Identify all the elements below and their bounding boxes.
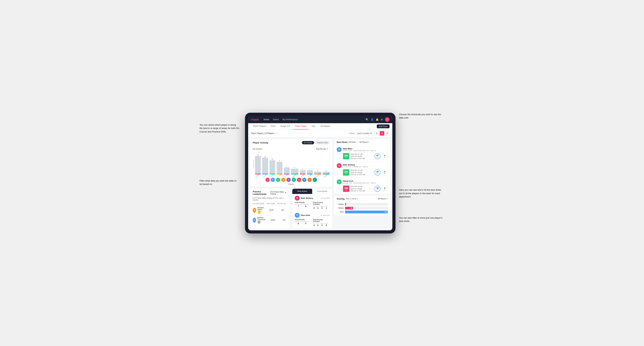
lb-avg-1: 110 [277,209,288,211]
lb-subtitle: PUTT Must Make Putting (3-6 ft). Last 3 … [250,197,290,202]
shot-chevron-2[interactable]: › [387,164,388,167]
activity-entry-2: R Rees Britt 02 Sep 2023 Total Rounds [292,211,332,228]
nav-link-home[interactable]: Home [264,118,269,121]
y-label-15: 15 [258,152,260,153]
app-label-1: APP [316,205,320,207]
shot-date-1: 09 Jun 2023 [343,150,352,152]
activity-practice-row-1: GTT 0 APP 0 [313,205,330,209]
lb-score-2: 18/20 [268,219,278,221]
shot-stat-zero-3: 0 yds [382,186,388,192]
main-content: Player Activity On Course Practice Drill… [248,137,392,230]
subnav-tour[interactable]: Tour [310,123,318,130]
players-x-label: Players [250,183,332,185]
top-nav: clippd Home Teams My Performance 🔍 👤 🔔 ⊕… [248,116,392,123]
shot-badge-1: 200 SG [343,153,349,159]
activity-tournament-1: Tournament 7 [295,204,302,207]
sub-nav-right: Add Team [377,124,390,128]
activity-rounds-title-1: Total Rounds [295,202,312,203]
scoring-row-1: Birdies96 [337,207,388,209]
tablet-frame: clippd Home Teams My Performance 🔍 👤 🔔 ⊕… [245,113,396,233]
list-view-button[interactable]: ☰ [385,131,390,136]
shot-chevron-3[interactable]: › [387,180,388,183]
scoring-bar-fill-2: 499 [345,211,388,213]
stat-unit-1: yds [376,157,378,158]
page-wrapper: Choose the timescale you wish to see the… [200,113,444,233]
activity-practice-val-1: 6 [303,205,308,207]
card-view-button[interactable]: ♥ [380,131,384,136]
tablet-screen: clippd Home Teams My Performance 🔍 👤 🔔 ⊕… [248,116,392,230]
chart-avatar-4: E [286,178,291,182]
activity-rounds-title-2: Total Rounds [295,219,312,220]
subnav-pgat[interactable]: PGAT Players [251,123,268,130]
stat-unit-3: yds [376,189,378,190]
all-shots-filter[interactable]: All Shots ▼ [349,141,357,143]
subnav-team-clippd[interactable]: Team Clippd [293,123,309,130]
shot-start-2: Start Lie: Rough [351,172,373,174]
edit-icon[interactable]: ✏ [276,132,278,135]
activity-tournament-2: Tournament 8 [295,221,302,224]
subnav-hcaps[interactable]: Hcaps 1-5 [278,123,292,130]
lb-col-player: Player Name [253,203,267,204]
shot-info-text-3: Shot Dist: 16 yds Start Lie: Rough End L… [351,185,373,192]
bar-group-0: 13B. McHarg [255,154,261,176]
scoring-bar-fill-0 [345,203,346,206]
putt-val-2: 0 [324,224,328,226]
shot-chevron-1[interactable]: › [387,148,388,151]
bottom-left-row: Practice Leaderboards PUTT Must Make Put… [250,189,332,228]
leaderboard-header: Practice Leaderboards PUTT Must Make Put… [250,189,290,197]
chart-filter-dropdown[interactable]: Total Rounds ▼ [314,148,330,151]
bar-value-9: 2 [326,170,326,171]
annotation-text-bot-right1: Here you can see who's hit the best shot… [399,188,441,198]
chart-section: On Course Total Rounds ▼ Total Rounds [250,146,332,177]
activity-rounds-row-1: Tournament 7 Practice 6 [295,204,312,207]
leaderboard-filter[interactable]: PUTT Must Make Putting ... ▼ [269,190,288,195]
all-players-filter[interactable]: All Players ▼ [360,141,370,143]
lb-player-cell-1: R Richard Butler 1 [253,207,265,214]
bar-1 [262,158,268,174]
grid-view-button[interactable]: ⊞ [374,131,379,136]
practice-title-2: Total Practice Activities [313,219,330,222]
subnav-pga[interactable]: PGA [269,123,278,130]
scoring-filter1[interactable]: Par 3, 4 & 5s ▼ [346,198,358,200]
shot-course-1: Royal North Devon GC [353,150,369,152]
practice-row-2: GTT 0 APP 0 [313,223,330,226]
tournament-val-2: 8 [295,222,302,224]
time-period-select[interactable]: Last 3 months Last month Last 6 months T… [356,132,373,135]
on-course-tab[interactable]: On Course [302,141,314,144]
shot-stat-zero-2: 0 yds [382,170,388,175]
plus-circle-icon[interactable]: ⊕ [381,118,383,121]
annotation-text-top-right: Choose the timescale you wish to see the… [399,113,441,119]
scoring-filter1-label: Par 3, 4 & 5s [346,198,356,200]
nav-link-teams[interactable]: Teams [273,118,279,121]
bar-group-9: 2L. Robertson [323,170,330,176]
least-active-tab[interactable]: Least Active [312,189,332,194]
player-activity-card: Player Activity On Course Practice Drill… [250,139,332,187]
nav-link-my-performance[interactable]: My Performance [282,118,298,121]
scoring-filter2[interactable]: All Players ▼ [378,198,388,200]
gtt-val-1: 0 [313,207,316,209]
arg-label-1: ARG [320,205,324,207]
bar-0 [255,156,261,174]
chart-row-header: On Course Total Rounds ▼ [253,148,330,151]
user-avatar[interactable]: U [385,117,390,122]
activity-avatar-2: R [295,213,300,218]
shot-avatar-3: D [337,179,342,184]
add-team-button[interactable]: Add Team [377,124,390,128]
users-icon[interactable]: 👤 [371,118,374,121]
all-shots-arrow: ▼ [356,141,357,143]
activity-putt-1: PUTT 1 [324,205,328,209]
subnav-all-players[interactable]: All Players [318,123,332,130]
most-active-tab[interactable]: Most Active [292,189,312,194]
arg-label-2: ARG [320,223,324,224]
best-shots-title: Best Shots [337,141,348,144]
shot-course-3: Royal North Devon GC [353,182,369,184]
search-icon[interactable]: 🔍 [366,118,368,121]
bar-group-8: 2E. Crossman [314,170,321,176]
shot-badge-label-2: SG [345,173,347,174]
gtt-2: GTT 0 [313,223,316,226]
lb-col-pb-score: PB Score [267,203,277,204]
practice-drills-tab[interactable]: Practice Drills [315,141,330,144]
shot-badge-2: 200 SG [343,169,349,176]
bell-icon[interactable]: 🔔 [376,118,379,121]
shot-badge-num-3: 198 [344,187,348,189]
